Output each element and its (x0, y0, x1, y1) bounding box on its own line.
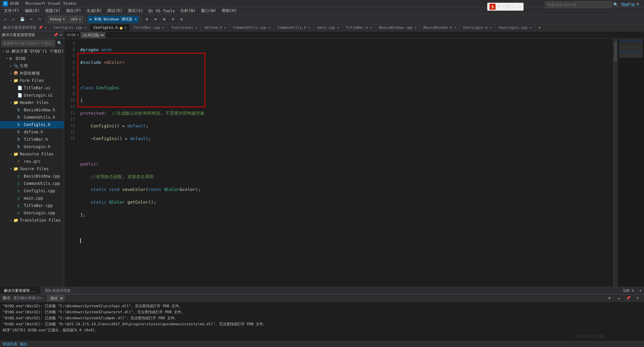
toolbar-extra2[interactable]: ⊗ (152, 16, 159, 23)
output-source-dropdown[interactable]: 调试 (47, 295, 65, 301)
sidebar-item-external[interactable]: ▸ 📦 外部依赖项 (0, 70, 64, 77)
sougou-item-star[interactable]: ☆ (515, 4, 518, 9)
tab-close[interactable]: ✕ (124, 26, 126, 29)
sidebar-item-userlogin-ui[interactable]: ▸ 📄 UserLogin.ui (0, 92, 64, 99)
sidebar-item-titlebar-h[interactable]: ▸ h TitleBar.h (0, 136, 64, 143)
error-list-link[interactable]: 错误列表 (3, 342, 17, 347)
menu-qt[interactable]: Qt VS Tools (146, 8, 178, 14)
sidebar-item-root[interactable]: ▸ 🗂 解决方案'QtQQ'(1 个项目) (0, 47, 64, 55)
toolbar-back[interactable]: ◁ (1, 16, 9, 23)
tab-close[interactable]: ✕ (269, 26, 271, 29)
scope-dropdown[interactable]: (全局范围) (81, 32, 105, 38)
tab-close[interactable]: ✕ (162, 26, 164, 29)
menu-build[interactable]: 生成(B) (84, 7, 105, 14)
tab-close[interactable]: ✕ (370, 26, 372, 29)
tab-commonutils-cpp[interactable]: CommonUtils.cpp ✕ (230, 24, 274, 31)
user-name[interactable]: 国林 姚 ▾ (620, 2, 641, 7)
tab-basicwindow-cpp[interactable]: BasicWindow.cpp ✕ (376, 24, 420, 31)
tab-close[interactable]: ✕ (490, 26, 492, 29)
sidebar-item-titlebar-cpp[interactable]: ▸ c TitleBar.cpp (0, 202, 64, 209)
tab-close[interactable]: ✕ (84, 26, 86, 29)
tab-close[interactable]: ✕ (337, 26, 339, 29)
output-link[interactable]: 输出 (20, 342, 27, 347)
menu-file[interactable]: 文件(F) (1, 7, 22, 14)
tab-close[interactable]: ✕ (530, 26, 532, 29)
scrollbar-thumb[interactable] (614, 41, 617, 62)
toolbar-redo[interactable]: ↪ (36, 16, 43, 23)
sougou-item-grid[interactable]: ⊕ (519, 4, 521, 9)
sidebar-item-resource-files[interactable]: ▾ 📁 Resource Files (0, 150, 64, 158)
sidebar-item-qtqq[interactable]: ▾ ⚙ QtQQ (0, 55, 64, 62)
tab-basicwindow-h[interactable]: BasicWindow.h ✕ (420, 24, 460, 31)
tab-userlogin-h[interactable]: UserLogin.h ✕ (460, 24, 496, 31)
sidebar-item-configini-h[interactable]: ▸ h Configlni.h (0, 121, 64, 128)
tab-configlni-cpp[interactable]: Configlni.cpp ✕ (50, 24, 90, 31)
bottom-tab-solution[interactable]: 解决方案资源管... (0, 287, 41, 294)
sougou-item-chinese[interactable]: 中 (497, 4, 501, 10)
sidebar-search-input[interactable] (1, 40, 55, 46)
toolbar-extra1[interactable]: ⊕ (143, 16, 150, 23)
vertical-scrollbar[interactable] (613, 39, 617, 287)
tab-commonutils-h[interactable]: CommonUtils.h ✕ (274, 24, 314, 31)
zoom-dropdown[interactable]: ▾ (637, 287, 644, 294)
tab-userlogin-cpp[interactable]: UserLogin.cpp ✕ (495, 24, 535, 31)
sidebar-item-translation-files[interactable]: ▸ 📁 Translation Files (0, 217, 64, 224)
sidebar-item-titlebar-ui[interactable]: ▸ 📄 TitleBar.ui (0, 84, 64, 92)
config-dropdown[interactable]: Debug ▾ (48, 16, 67, 23)
sougou-item-keyboard[interactable]: 键 (506, 4, 510, 10)
sidebar-item-commonutils-h[interactable]: ▸ h CommonUtils.h (0, 114, 64, 121)
tab-close[interactable]: ✕ (414, 26, 416, 29)
sidebar-item-source-files[interactable]: ▾ 📁 Source Files (0, 165, 64, 172)
bottom-tab-team[interactable]: 团队资源管理器 (41, 287, 75, 294)
sidebar-item-configini-cpp[interactable]: ▸ c Configlni.cpp (0, 187, 64, 195)
sougou-item-box[interactable]: ◻ (511, 4, 514, 9)
platform-dropdown[interactable]: x64 ▾ (69, 16, 84, 23)
sidebar-close[interactable]: ✕ (60, 33, 62, 37)
output-pin[interactable]: 📌 (625, 295, 632, 302)
sidebar-item-form-files[interactable]: ▾ 📁 Form Files (0, 77, 64, 84)
menu-debug[interactable]: 调试(D) (104, 7, 125, 14)
tab-overflow[interactable]: ▾ (536, 24, 543, 31)
toolbar-forward[interactable]: ▷ (10, 16, 17, 23)
tab-define-h[interactable]: define.h ✕ (201, 24, 230, 31)
output-wrap[interactable]: ↵ (615, 295, 623, 302)
tab-titlebar-cpp[interactable]: TitleBar.cpp ✕ (130, 24, 168, 31)
menu-help[interactable]: 帮助(H) (219, 7, 240, 14)
tab-main-cpp[interactable]: main.cpp ✕ (314, 24, 343, 31)
menu-test[interactable]: 测试(S) (125, 7, 146, 14)
tab-solution-explorer-header[interactable]: 解决方案资源管理器 📌 ✕ (0, 24, 50, 31)
menu-project[interactable]: 项目(P) (63, 7, 84, 14)
start-debug-button[interactable]: ► 本地 Windows 调试器 ▾ (88, 16, 139, 23)
tab-close[interactable]: ✕ (44, 26, 46, 29)
output-clear[interactable]: ⊗ (606, 295, 613, 302)
tab-configlni-h[interactable]: Configlni.h ● ✕ (90, 24, 130, 31)
sidebar-item-res-qrc[interactable]: ▸ r res.qrc (0, 158, 64, 165)
toolbar-undo[interactable]: ↩ (27, 16, 35, 23)
toolbar-extra4[interactable]: ≡ (169, 16, 177, 23)
menu-analyze[interactable]: 分析(N) (178, 7, 198, 14)
sidebar-item-basicwindow-h[interactable]: ▸ h BasicWindow.h (0, 106, 64, 114)
toolbar-extra3[interactable]: ⊞ (160, 16, 168, 23)
sidebar-item-commonutils-cpp[interactable]: ▸ c CommonUtils.cpp (0, 180, 64, 187)
output-close[interactable]: ✕ (634, 295, 641, 302)
sidebar-item-userlogin-cpp[interactable]: ▸ c UserLogin.cpp (0, 209, 64, 217)
tab-close[interactable]: ✕ (454, 26, 456, 29)
menu-view[interactable]: 视图(V) (42, 7, 63, 14)
toolbar-extra5[interactable]: ⊟ (178, 16, 185, 23)
tab-titlebar-h[interactable]: TitleBar.h ✕ (343, 24, 376, 31)
sidebar-item-userlogin-h[interactable]: ▸ h UserLogin.h (0, 143, 64, 150)
menu-window[interactable]: 窗口(W) (198, 7, 219, 14)
search-icon[interactable]: 🔍 (57, 40, 63, 46)
quick-launch-input[interactable] (545, 1, 612, 8)
tab-close[interactable]: ✕ (195, 26, 197, 29)
code-display[interactable]: #pragma once #include <QColor> class Con… (78, 39, 613, 287)
tab-close[interactable]: ✕ (308, 26, 310, 29)
toolbar-save[interactable]: 💾 (19, 16, 26, 23)
sidebar-item-define-h[interactable]: ▸ h define.h (0, 128, 64, 136)
sidebar-item-header-files[interactable]: ▾ 📁 Header Files (0, 99, 64, 106)
menu-edit[interactable]: 编辑(E) (22, 7, 43, 14)
sidebar-item-refs[interactable]: ▸ 📎 引用 (0, 62, 64, 70)
tab-functional[interactable]: functional ✕ (168, 24, 201, 31)
sidebar-item-main-cpp[interactable]: ▸ c main.cpp (0, 195, 64, 202)
sidebar-item-basicwindow-cpp[interactable]: ▸ c BasicWindow.cpp (0, 172, 64, 180)
